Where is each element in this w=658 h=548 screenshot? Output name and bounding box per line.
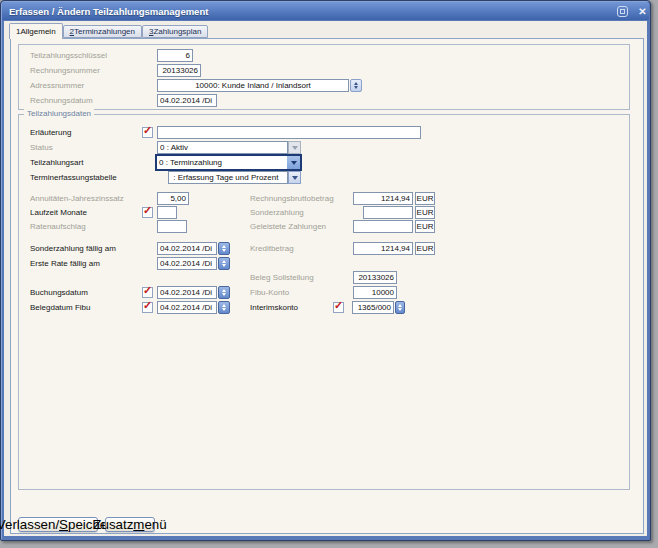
currency-geleistete-zahlungen: EUR xyxy=(415,220,435,233)
field-rechnungsdatum[interactable]: 04.02.2014 /Di xyxy=(157,94,217,107)
tab-zahlungsplan[interactable]: 3 Zahlungsplan xyxy=(142,25,209,38)
close-icon[interactable]: ✕ xyxy=(636,5,649,18)
field-beleg-sollstellung[interactable]: 20133026 xyxy=(353,271,397,284)
checkbox-buchungsdatum[interactable] xyxy=(142,287,153,298)
dropdown-teilzahlungsart-arrow-icon[interactable] xyxy=(287,156,300,169)
label-geleistete-zahlungen: Geleistete Zahlungen xyxy=(250,222,326,231)
field-teilzahlungsart[interactable]: 0 : Terminzahlung xyxy=(157,156,287,169)
label-adressnummer: Adressnummer xyxy=(30,81,84,90)
field-annuitaeten[interactable]: 5,00 xyxy=(157,192,189,205)
field-rechnungsnummer[interactable]: 20133026 xyxy=(157,64,201,77)
label-belegdatum-fibu: Belegdatum Fibu xyxy=(30,303,90,312)
field-laufzeit-monate[interactable] xyxy=(157,206,177,219)
group-rechnung-border xyxy=(18,44,630,110)
spinner-adressnummer[interactable] xyxy=(350,79,362,92)
label-sonderzahlung-faellig: Sonderzahlung fällig am xyxy=(30,244,116,253)
label-buchungsdatum: Buchungsdatum xyxy=(30,288,88,297)
menu-label-key: m xyxy=(133,517,144,532)
currency-rechnungsbrutto: EUR xyxy=(415,192,435,205)
dropdown-terminerfassungstabelle-arrow-icon[interactable] xyxy=(288,171,301,184)
field-kreditbetrag[interactable]: 1214,94 xyxy=(353,242,413,255)
tab-bar: 1 Allgemein 2 Terminzahlungen 3 Zahlungs… xyxy=(9,23,208,39)
fieldset-teilzahlungsdaten-legend: Teilzahlungsdaten xyxy=(24,109,94,118)
tab-zahlungsplan-label: Zahlungsplan xyxy=(153,27,201,36)
field-rechnungsbrutto[interactable]: 1214,94 xyxy=(353,192,413,205)
field-status[interactable]: 0 : Aktiv xyxy=(157,141,288,154)
label-laufzeit-monate: Laufzeit Monate xyxy=(30,208,87,217)
checkbox-laufzeit-monate[interactable] xyxy=(142,207,153,218)
restore-icon[interactable] xyxy=(617,6,628,17)
field-sonderzahlung-faellig[interactable]: 04.02.2014 /Di xyxy=(157,242,217,255)
label-rechnungsbrutto: Rechnungsbruttobetrag xyxy=(250,194,334,203)
spinner-interimskonto[interactable] xyxy=(395,301,405,314)
label-erlaeuterung: Erläuterung xyxy=(30,128,71,137)
zusatzmenue-button[interactable]: Zusatzmenü xyxy=(105,517,155,532)
currency-kreditbetrag: EUR xyxy=(415,242,435,255)
label-rechnungsdatum: Rechnungsdatum xyxy=(30,96,93,105)
label-sonderzahlung: Sonderzahlung xyxy=(250,208,304,217)
combo-teilzahlungsart[interactable]: 0 : Terminzahlung xyxy=(155,154,302,171)
checkbox-belegdatum-fibu[interactable] xyxy=(142,302,153,313)
window-title: Erfassen / Ändern Teilzahlungsmanagement xyxy=(9,6,208,17)
spinner-sonderzahlung-faellig[interactable] xyxy=(218,242,230,255)
dropdown-status-arrow-icon[interactable] xyxy=(288,141,301,154)
tab-allgemein-label: Allgemein xyxy=(20,27,55,36)
field-interimskonto[interactable]: 1365/000 xyxy=(352,301,394,314)
label-erste-rate: Erste Rate fällig am xyxy=(30,259,100,268)
field-erste-rate[interactable]: 04.02.2014 /Di xyxy=(157,257,217,270)
field-ratenaufschlag[interactable] xyxy=(157,220,187,233)
save-label-pre: Verlassen/ xyxy=(0,517,59,532)
screen: Erfassen / Ändern Teilzahlungsmanagement… xyxy=(0,0,658,548)
checkbox-interimskonto[interactable] xyxy=(333,302,344,313)
label-terminerfassungstabelle: Terminerfassungstabelle xyxy=(30,173,117,182)
checkbox-erlaeuterung[interactable] xyxy=(142,127,153,138)
label-kreditbetrag: Kreditbetrag xyxy=(250,244,294,253)
field-adressnummer[interactable]: 10000: Kunde Inland / Inlandsort xyxy=(157,79,349,92)
verlassen-speichern-button[interactable]: Verlassen/Speichern xyxy=(18,517,98,532)
restore-icon-inner xyxy=(620,9,625,14)
currency-sonderzahlung: EUR xyxy=(415,206,435,219)
titlebar[interactable]: Erfassen / Ändern Teilzahlungsmanagement… xyxy=(2,2,649,20)
tab-terminzahlungen-label: Terminzahlungen xyxy=(74,27,135,36)
tab-allgemein[interactable]: 1 Allgemein xyxy=(9,23,63,39)
field-sonderzahlung[interactable] xyxy=(363,206,413,219)
menu-label-post: enü xyxy=(144,517,166,532)
tab-terminzahlungen[interactable]: 2 Terminzahlungen xyxy=(63,25,142,38)
spinner-belegdatum-fibu[interactable] xyxy=(218,301,230,314)
menu-label-pre: Zusatz xyxy=(93,517,133,532)
label-rechnungsnummer: Rechnungsnummer xyxy=(30,66,100,75)
fieldset-teilzahlungsdaten-border xyxy=(18,114,630,490)
field-erlaeuterung[interactable] xyxy=(157,126,421,139)
label-ratenaufschlag: Ratenaufschlag xyxy=(30,222,86,231)
label-beleg-sollstellung: Beleg Sollstellung xyxy=(250,273,314,282)
field-teilzahlungsschluessel[interactable]: 6 xyxy=(157,49,193,62)
field-terminerfassungstabelle[interactable]: : Erfassung Tage und Prozent xyxy=(168,171,288,184)
label-annuitaeten: Annuitäten-Jahreszinssatz xyxy=(30,194,124,203)
label-teilzahlungsschluessel: Teilzahlungsschlüssel xyxy=(30,51,107,60)
save-label-key: S xyxy=(59,517,68,532)
field-geleistete-zahlungen[interactable] xyxy=(353,220,413,233)
label-interimskonto: Interimskonto xyxy=(250,303,298,312)
field-fibu-konto[interactable]: 10000 xyxy=(353,286,397,299)
field-buchungsdatum[interactable]: 04.02.2014 /Di xyxy=(157,286,217,299)
spinner-buchungsdatum[interactable] xyxy=(218,286,230,299)
spinner-erste-rate[interactable] xyxy=(218,257,230,270)
field-belegdatum-fibu[interactable]: 04.02.2014 /Di xyxy=(157,301,217,314)
label-teilzahlungsart: Teilzahlungsart xyxy=(30,158,83,167)
label-status: Status xyxy=(30,143,53,152)
label-fibu-konto: Fibu-Konto xyxy=(250,288,289,297)
